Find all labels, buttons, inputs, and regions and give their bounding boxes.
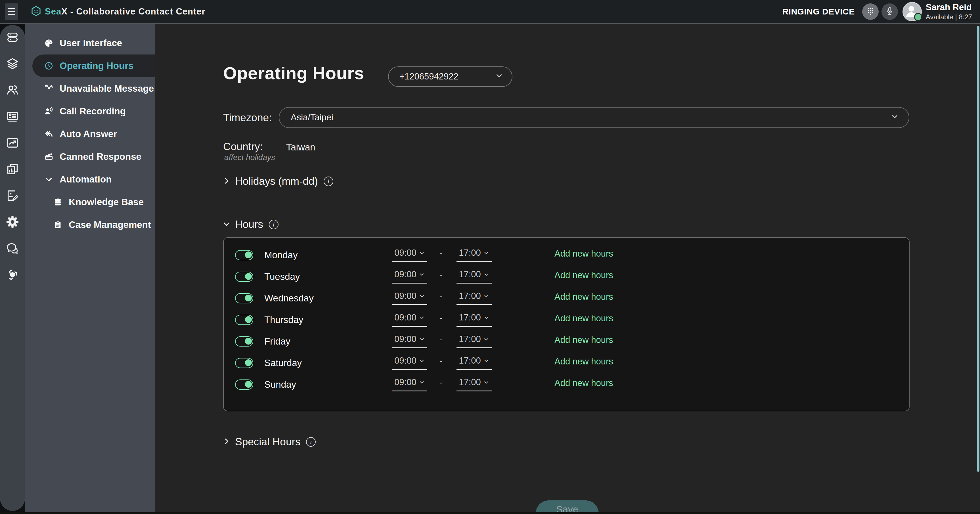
database-icon — [52, 197, 64, 207]
analytics-icon[interactable] — [6, 136, 19, 149]
start-time-select[interactable]: 09:00 — [392, 374, 427, 391]
day-toggle[interactable] — [235, 315, 253, 325]
day-label: Monday — [264, 244, 298, 266]
palette-icon — [43, 38, 54, 48]
day-toggle[interactable] — [235, 358, 253, 368]
sidebar-item-automation[interactable]: Automation — [25, 168, 155, 191]
add-hours-link[interactable]: Add new hours — [554, 374, 613, 393]
time-range-separator: - — [436, 266, 446, 283]
sidebar-item-auto-answer[interactable]: Auto Answer — [25, 123, 155, 145]
time-range-separator: - — [436, 331, 446, 348]
chevron-down-icon — [495, 71, 503, 82]
icon-rail — [0, 25, 25, 511]
chevron-down-icon — [419, 336, 425, 342]
end-time-select[interactable]: 17:00 — [457, 244, 492, 262]
chevron-down-icon — [419, 379, 425, 385]
form-edit-icon[interactable] — [6, 189, 19, 202]
special-hours-section-toggle[interactable]: Special Hours i — [223, 436, 316, 448]
topbar-right-cluster: RINGING DEVICE — [782, 0, 972, 23]
sidebar-item-canned-response[interactable]: Canned Response — [25, 145, 155, 168]
day-row-tuesday: Tuesday 09:00 - 17:00 Add new hours — [224, 266, 909, 288]
chevron-down-icon — [891, 112, 899, 123]
end-time-select[interactable]: 17:00 — [457, 288, 492, 305]
day-toggle[interactable] — [235, 272, 253, 282]
add-hours-link[interactable]: Add new hours — [554, 266, 613, 285]
chevron-down-icon — [483, 250, 490, 256]
integration-icon[interactable] — [6, 268, 19, 281]
end-time-select[interactable]: 17:00 — [457, 352, 492, 370]
day-toggle[interactable] — [235, 336, 253, 347]
app-window: SeaX - Collaborative Contact Center RING… — [0, 0, 980, 514]
day-label: Thursday — [264, 309, 304, 331]
sidebar-item-call-recording[interactable]: Call Recording — [25, 100, 155, 123]
chevron-down-icon — [483, 379, 490, 385]
time-range-separator: - — [436, 244, 446, 262]
add-hours-link[interactable]: Add new hours — [554, 288, 613, 306]
start-time-select[interactable]: 09:00 — [392, 266, 427, 283]
vertical-scrollbar[interactable] — [977, 26, 980, 472]
day-toggle[interactable] — [235, 250, 253, 260]
devices-icon[interactable] — [6, 31, 19, 44]
clipboard-icon — [52, 220, 64, 229]
add-hours-link[interactable]: Add new hours — [554, 331, 613, 349]
chevron-down-icon — [419, 358, 425, 364]
page-title: Operating Hours — [223, 63, 364, 83]
start-time-select[interactable]: 09:00 — [392, 244, 427, 262]
phone-number-select[interactable]: +12065942922 — [388, 67, 512, 87]
topbar: SeaX - Collaborative Contact Center RING… — [0, 0, 980, 24]
day-toggle[interactable] — [235, 379, 253, 390]
day-label: Wednesday — [264, 288, 314, 309]
special-hours-info-icon[interactable]: i — [306, 437, 316, 447]
hours-section-toggle[interactable]: Hours i — [223, 218, 278, 231]
user-name: Sarah Reid — [926, 2, 972, 13]
settings-gear-icon[interactable] — [6, 215, 19, 229]
main-content: Operating Hours +12065942922 Timezone: A… — [155, 24, 980, 512]
user-avatar[interactable] — [902, 2, 922, 21]
hours-panel: Monday 09:00 - 17:00 Add new hours Tuesd… — [223, 237, 910, 411]
start-time-select[interactable]: 09:00 — [392, 331, 427, 348]
country-label: Country: — [223, 141, 263, 153]
sidebar-item-label: Auto Answer — [60, 129, 117, 139]
day-toggle[interactable] — [235, 293, 253, 303]
contacts-icon[interactable] — [6, 83, 19, 97]
day-row-sunday: Sunday 09:00 - 17:00 Add new hours — [224, 374, 909, 395]
hours-info-icon[interactable]: i — [269, 220, 278, 229]
holidays-info-icon[interactable]: i — [324, 177, 333, 186]
sidebar-item-label: User Interface — [60, 38, 122, 49]
sidebar-item-case-management[interactable]: Case Management — [25, 213, 155, 236]
end-time-select[interactable]: 17:00 — [457, 374, 492, 391]
sidebar-item-unavailable-message[interactable]: Unavailable Message — [25, 77, 155, 100]
sidebar-item-label: Operating Hours — [60, 60, 134, 71]
chevron-down-icon — [223, 220, 231, 229]
start-time-select[interactable]: 09:00 — [392, 352, 427, 370]
start-time-select[interactable]: 09:00 — [392, 288, 427, 305]
add-hours-link[interactable]: Add new hours — [554, 309, 613, 328]
dialpad-button[interactable] — [862, 3, 879, 20]
hamburger-menu-button[interactable] — [5, 3, 18, 20]
sidebar-item-user-interface[interactable]: User Interface — [25, 32, 155, 54]
ringing-device-label: RINGING DEVICE — [782, 7, 854, 16]
contact-card-icon[interactable] — [6, 110, 19, 123]
end-time-select[interactable]: 17:00 — [457, 266, 492, 283]
chat-icon[interactable] — [6, 242, 19, 255]
chevron-down-icon — [43, 175, 54, 184]
add-hours-link[interactable]: Add new hours — [554, 244, 613, 263]
message-check-icon — [43, 84, 54, 93]
layers-icon[interactable] — [6, 57, 19, 70]
sidebar-item-knowledge-base[interactable]: Knowledge Base — [25, 191, 155, 213]
save-button[interactable]: Save — [536, 500, 599, 512]
hours-section-label: Hours — [235, 218, 263, 231]
end-time-select[interactable]: 17:00 — [457, 331, 492, 348]
sidebar-item-label: Automation — [60, 174, 111, 185]
end-time-select[interactable]: 17:00 — [457, 309, 492, 327]
sidebar-item-operating-hours[interactable]: Operating Hours — [32, 54, 155, 77]
timezone-select[interactable]: Asia/Taipei — [279, 107, 909, 128]
microphone-button[interactable] — [881, 3, 898, 20]
start-time-select[interactable]: 09:00 — [392, 309, 427, 327]
chevron-right-icon — [223, 177, 231, 186]
holidays-section-toggle[interactable]: Holidays (mm-dd) i — [223, 175, 333, 187]
chevron-down-icon — [419, 271, 425, 278]
add-hours-link[interactable]: Add new hours — [554, 352, 613, 371]
voice-icon — [43, 107, 54, 116]
reports-icon[interactable] — [6, 162, 19, 176]
